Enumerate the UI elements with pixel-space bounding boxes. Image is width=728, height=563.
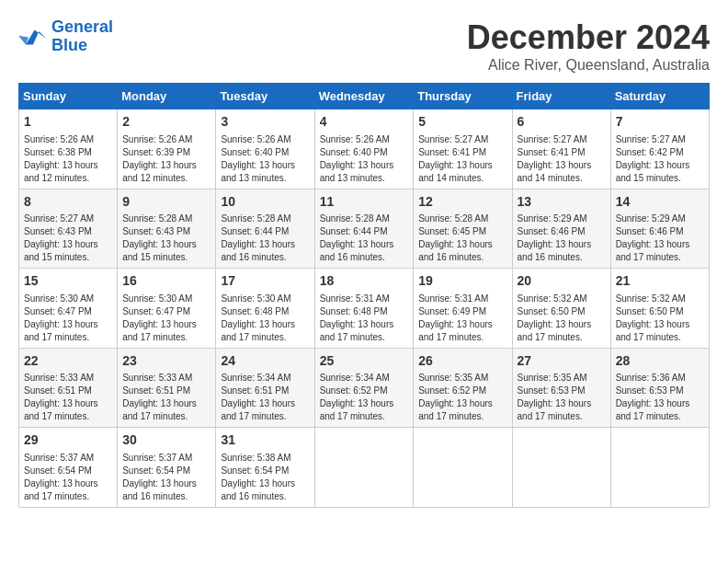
day-number: 17 [221, 272, 309, 291]
calendar-day-cell: 2Sunrise: 5:26 AM Sunset: 6:39 PM Daylig… [118, 109, 216, 190]
day-info: Sunrise: 5:27 AM Sunset: 6:43 PM Dayligh… [24, 213, 112, 264]
day-number: 29 [24, 431, 112, 450]
day-info: Sunrise: 5:27 AM Sunset: 6:42 PM Dayligh… [616, 133, 704, 185]
day-number: 12 [418, 193, 506, 212]
day-info: Sunrise: 5:34 AM Sunset: 6:52 PM Dayligh… [320, 372, 409, 423]
calendar-day-cell: 9Sunrise: 5:28 AM Sunset: 6:43 PM Daylig… [118, 189, 216, 269]
weekday-header: Friday [512, 84, 610, 109]
calendar-table: SundayMondayTuesdayWednesdayThursdayFrid… [18, 83, 710, 508]
day-number: 8 [24, 193, 112, 212]
day-info: Sunrise: 5:36 AM Sunset: 6:53 PM Dayligh… [616, 372, 704, 423]
day-info: Sunrise: 5:31 AM Sunset: 6:48 PM Dayligh… [320, 293, 409, 344]
day-info: Sunrise: 5:27 AM Sunset: 6:41 PM Dayligh… [518, 133, 606, 185]
day-number: 9 [122, 193, 210, 212]
day-number: 4 [320, 113, 409, 132]
day-number: 30 [122, 431, 210, 450]
calendar-day-cell: 25Sunrise: 5:34 AM Sunset: 6:52 PM Dayli… [314, 348, 414, 428]
day-number: 31 [221, 431, 309, 450]
day-info: Sunrise: 5:30 AM Sunset: 6:47 PM Dayligh… [122, 293, 210, 344]
day-info: Sunrise: 5:29 AM Sunset: 6:46 PM Dayligh… [518, 213, 606, 264]
day-info: Sunrise: 5:29 AM Sunset: 6:46 PM Dayligh… [616, 213, 704, 264]
weekday-header: Saturday [610, 84, 709, 109]
calendar-day-cell: 24Sunrise: 5:34 AM Sunset: 6:51 PM Dayli… [216, 348, 314, 428]
day-number: 10 [221, 193, 309, 212]
logo-text: General Blue [51, 18, 113, 55]
weekday-header: Monday [118, 84, 216, 109]
day-info: Sunrise: 5:33 AM Sunset: 6:51 PM Dayligh… [24, 372, 112, 423]
day-info: Sunrise: 5:26 AM Sunset: 6:39 PM Dayligh… [122, 133, 210, 185]
day-info: Sunrise: 5:30 AM Sunset: 6:48 PM Dayligh… [221, 293, 309, 344]
logo: General Blue [18, 18, 113, 55]
day-number: 28 [616, 352, 704, 371]
calendar-day-cell: 11Sunrise: 5:28 AM Sunset: 6:44 PM Dayli… [314, 189, 414, 269]
calendar-day-cell: 7Sunrise: 5:27 AM Sunset: 6:42 PM Daylig… [610, 109, 709, 190]
day-number: 21 [616, 272, 704, 291]
calendar-day-cell: 31Sunrise: 5:38 AM Sunset: 6:54 PM Dayli… [216, 428, 314, 508]
day-number: 27 [518, 352, 606, 371]
day-info: Sunrise: 5:33 AM Sunset: 6:51 PM Dayligh… [122, 372, 210, 423]
svg-marker-0 [26, 29, 46, 44]
day-info: Sunrise: 5:37 AM Sunset: 6:54 PM Dayligh… [24, 452, 112, 503]
day-number: 16 [122, 272, 210, 291]
day-number: 5 [418, 113, 506, 132]
calendar-day-cell: 1Sunrise: 5:26 AM Sunset: 6:38 PM Daylig… [19, 109, 118, 190]
calendar-day-cell: 19Sunrise: 5:31 AM Sunset: 6:49 PM Dayli… [414, 269, 512, 349]
day-info: Sunrise: 5:26 AM Sunset: 6:40 PM Dayligh… [320, 133, 409, 185]
day-info: Sunrise: 5:28 AM Sunset: 6:43 PM Dayligh… [122, 213, 210, 264]
calendar-week-row: 22Sunrise: 5:33 AM Sunset: 6:51 PM Dayli… [19, 348, 710, 428]
day-info: Sunrise: 5:35 AM Sunset: 6:52 PM Dayligh… [418, 372, 506, 423]
calendar-day-cell: 23Sunrise: 5:33 AM Sunset: 6:51 PM Dayli… [118, 348, 216, 428]
calendar-day-cell [314, 428, 414, 508]
calendar-day-cell: 18Sunrise: 5:31 AM Sunset: 6:48 PM Dayli… [314, 269, 414, 349]
calendar-day-cell: 22Sunrise: 5:33 AM Sunset: 6:51 PM Dayli… [19, 348, 118, 428]
calendar-day-cell: 21Sunrise: 5:32 AM Sunset: 6:50 PM Dayli… [610, 269, 709, 349]
calendar-day-cell: 14Sunrise: 5:29 AM Sunset: 6:46 PM Dayli… [610, 189, 709, 269]
day-info: Sunrise: 5:31 AM Sunset: 6:49 PM Dayligh… [418, 293, 506, 344]
day-number: 2 [122, 113, 210, 132]
calendar-title: December 2024 [467, 18, 710, 57]
calendar-week-row: 1Sunrise: 5:26 AM Sunset: 6:38 PM Daylig… [19, 109, 710, 190]
day-info: Sunrise: 5:32 AM Sunset: 6:50 PM Dayligh… [518, 293, 606, 344]
day-info: Sunrise: 5:28 AM Sunset: 6:44 PM Dayligh… [221, 213, 309, 264]
day-number: 25 [320, 352, 409, 371]
day-info: Sunrise: 5:37 AM Sunset: 6:54 PM Dayligh… [122, 452, 210, 503]
day-number: 13 [518, 193, 606, 212]
day-info: Sunrise: 5:30 AM Sunset: 6:47 PM Dayligh… [24, 293, 112, 344]
day-number: 19 [418, 272, 506, 291]
calendar-day-cell: 15Sunrise: 5:30 AM Sunset: 6:47 PM Dayli… [19, 269, 118, 349]
day-info: Sunrise: 5:26 AM Sunset: 6:38 PM Dayligh… [24, 133, 112, 185]
day-number: 26 [418, 352, 506, 371]
day-number: 6 [518, 113, 606, 132]
weekday-header: Thursday [414, 84, 512, 109]
day-info: Sunrise: 5:28 AM Sunset: 6:44 PM Dayligh… [320, 213, 409, 264]
calendar-day-cell: 30Sunrise: 5:37 AM Sunset: 6:54 PM Dayli… [118, 428, 216, 508]
day-number: 14 [616, 193, 704, 212]
day-number: 1 [24, 113, 112, 132]
day-number: 3 [221, 113, 309, 132]
calendar-day-cell: 10Sunrise: 5:28 AM Sunset: 6:44 PM Dayli… [216, 189, 314, 269]
day-number: 15 [24, 272, 112, 291]
calendar-day-cell: 28Sunrise: 5:36 AM Sunset: 6:53 PM Dayli… [610, 348, 709, 428]
calendar-day-cell: 3Sunrise: 5:26 AM Sunset: 6:40 PM Daylig… [216, 109, 314, 190]
calendar-day-cell: 13Sunrise: 5:29 AM Sunset: 6:46 PM Dayli… [512, 189, 610, 269]
weekday-header: Sunday [19, 84, 118, 109]
day-number: 11 [320, 193, 409, 212]
day-info: Sunrise: 5:35 AM Sunset: 6:53 PM Dayligh… [518, 372, 606, 423]
calendar-week-row: 8Sunrise: 5:27 AM Sunset: 6:43 PM Daylig… [19, 189, 710, 269]
day-info: Sunrise: 5:27 AM Sunset: 6:41 PM Dayligh… [418, 133, 506, 185]
calendar-subtitle: Alice River, Queensland, Australia [467, 57, 710, 74]
day-number: 18 [320, 272, 409, 291]
calendar-day-cell: 4Sunrise: 5:26 AM Sunset: 6:40 PM Daylig… [314, 109, 414, 190]
day-info: Sunrise: 5:38 AM Sunset: 6:54 PM Dayligh… [221, 452, 309, 503]
calendar-day-cell: 27Sunrise: 5:35 AM Sunset: 6:53 PM Dayli… [512, 348, 610, 428]
calendar-week-row: 29Sunrise: 5:37 AM Sunset: 6:54 PM Dayli… [19, 428, 710, 508]
title-block: December 2024 Alice River, Queensland, A… [467, 18, 710, 74]
day-info: Sunrise: 5:26 AM Sunset: 6:40 PM Dayligh… [221, 133, 309, 185]
calendar-day-cell: 20Sunrise: 5:32 AM Sunset: 6:50 PM Dayli… [512, 269, 610, 349]
page-header: General Blue December 2024 Alice River, … [18, 18, 710, 74]
day-number: 7 [616, 113, 704, 132]
day-number: 24 [221, 352, 309, 371]
calendar-day-cell [414, 428, 512, 508]
calendar-day-cell: 26Sunrise: 5:35 AM Sunset: 6:52 PM Dayli… [414, 348, 512, 428]
calendar-day-cell: 29Sunrise: 5:37 AM Sunset: 6:54 PM Dayli… [19, 428, 118, 508]
